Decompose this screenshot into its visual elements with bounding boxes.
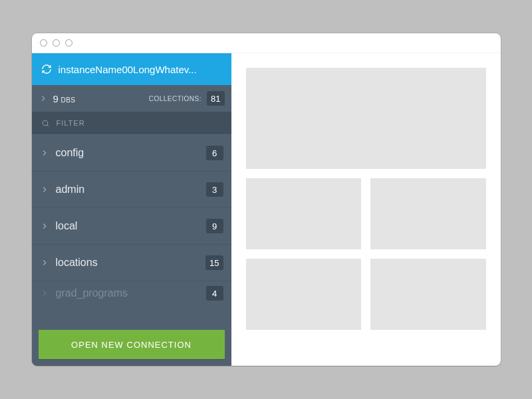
db-item-local[interactable]: local 9 — [32, 208, 231, 245]
chevron-right-icon — [39, 94, 48, 103]
db-count-badge: 15 — [205, 255, 223, 270]
sidebar: instanceName00LongWhatev... 9 DBS COLLEC… — [32, 53, 231, 366]
refresh-icon — [41, 64, 52, 74]
svg-line-1 — [47, 124, 48, 126]
collections-label: COLLECTIONS: — [149, 95, 201, 102]
db-count-badge: 4 — [206, 286, 223, 301]
titlebar — [32, 33, 501, 53]
db-count-badge: 3 — [206, 182, 223, 197]
db-list: config 6 admin 3 local 9 — [32, 134, 231, 323]
db-count-badge: 9 — [206, 219, 223, 233]
chevron-right-icon — [40, 148, 49, 158]
chevron-right-icon — [40, 289, 49, 298]
db-item-grad-programs[interactable]: grad_programs 4 — [32, 281, 231, 305]
chevron-right-icon — [40, 185, 49, 194]
db-item-locations[interactable]: locations 15 — [32, 245, 231, 281]
window-close[interactable] — [40, 39, 47, 47]
db-item-config[interactable]: config 6 — [32, 135, 231, 172]
chevron-right-icon — [40, 258, 49, 267]
db-name: local — [56, 220, 78, 232]
summary-row[interactable]: 9 DBS COLLECTIONS: 81 — [32, 85, 231, 112]
content-placeholder — [246, 178, 362, 249]
window-zoom[interactable] — [65, 39, 72, 47]
content: instanceName00LongWhatev... 9 DBS COLLEC… — [32, 53, 501, 366]
search-icon — [41, 119, 50, 128]
filter-row — [32, 112, 231, 134]
filter-input[interactable] — [57, 119, 222, 127]
db-item-admin[interactable]: admin 3 — [32, 172, 231, 208]
window-minimize[interactable] — [53, 39, 60, 47]
chevron-right-icon — [40, 221, 49, 231]
db-name: locations — [56, 257, 98, 269]
collections-count-badge: 81 — [207, 91, 224, 106]
app-window: instanceName00LongWhatev... 9 DBS COLLEC… — [32, 33, 501, 366]
content-placeholder — [246, 68, 486, 169]
open-row: OPEN NEW CONNECTION — [32, 323, 231, 366]
db-count: 9 DBS — [53, 93, 76, 104]
content-placeholder — [370, 178, 486, 249]
db-name: admin — [56, 184, 85, 196]
instance-name: instanceName00LongWhatev... — [59, 64, 197, 75]
content-placeholder — [370, 259, 486, 330]
db-name: config — [56, 147, 84, 159]
svg-point-0 — [43, 120, 48, 126]
db-name: grad_programs — [56, 287, 128, 299]
instance-header[interactable]: instanceName00LongWhatev... — [32, 53, 231, 85]
content-placeholder — [246, 259, 362, 330]
open-new-connection-button[interactable]: OPEN NEW CONNECTION — [39, 330, 225, 359]
db-count-badge: 6 — [206, 146, 223, 160]
main-panel — [231, 53, 501, 366]
